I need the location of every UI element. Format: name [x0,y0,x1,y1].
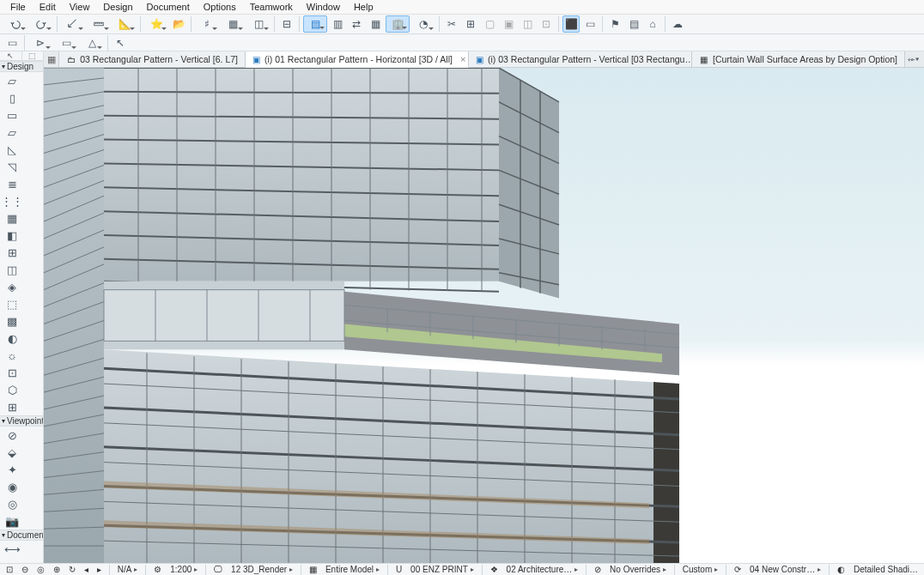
tab-plan-view[interactable]: 🗀 03 Rectangular Pattern - Vertical [6. … [59,51,246,67]
menu-window[interactable]: Window [300,1,347,13]
stair-tool-icon[interactable]: ≣ [0,175,24,192]
orbit-button[interactable]: ↻ [66,565,78,574]
publish-button[interactable]: ▤ [625,15,642,33]
favorites-button[interactable]: ⭐ [144,15,168,33]
penset-icon[interactable]: U [393,565,404,574]
zoom-field[interactable]: Custom▸ [680,565,720,574]
marquee-button[interactable]: ⊞ [462,15,479,33]
menu-help[interactable]: Help [347,1,380,13]
detail-tool-icon[interactable]: ◎ [0,495,24,512]
railing-tool-icon[interactable]: ⋮⋮ [0,192,24,209]
redo-button[interactable] [29,15,53,33]
geometry-a-button[interactable]: ⊳ [28,34,52,51]
open-file-button[interactable]: 📂 [170,15,187,33]
profile-tool-icon[interactable]: ⬡ [0,381,24,398]
shading-field[interactable]: Detailed Shadi… [851,565,921,574]
view-icon[interactable]: 🖵 [211,565,225,574]
layers-field[interactable]: 02 Architecture…▸ [504,565,581,574]
model-view-button[interactable]: 🏢 [386,15,410,33]
3d-window-button[interactable]: ⬛ [562,15,580,33]
worksheet-tool-icon[interactable]: ◉ [0,478,24,495]
camera-tool-icon[interactable]: 📷 [0,512,24,530]
scale-field[interactable]: 1:200▸ [167,565,200,574]
skylight-tool-icon[interactable]: ◫ [0,261,24,278]
tab-schedule[interactable]: ▦ [Curtain Wall Surface Areas by Design … [692,51,905,67]
teamwork-button[interactable]: ☁ [669,15,686,33]
overrides-field[interactable]: No Overrides▸ [607,565,669,574]
curtainwall-tool-icon[interactable]: ▦ [0,209,24,227]
trace-toggle-button[interactable]: ▥ [329,15,346,33]
palette-section-design[interactable]: ▾Design [0,61,43,72]
layers-icon[interactable]: ❖ [488,565,501,574]
menu-design[interactable]: Design [96,1,139,13]
3d-viewport[interactable] [44,68,924,563]
menu-options[interactable]: Options [197,1,243,13]
next-view-button[interactable]: ▸ [94,565,104,574]
morph-tool-icon[interactable]: ◐ [0,330,24,347]
trace-reference-button[interactable]: ▤ [303,15,327,33]
section-tool-icon[interactable]: ⊘ [0,427,24,444]
interior-elev-tool-icon[interactable]: ✦ [0,461,24,478]
zoom-in-button[interactable]: ⊕ [51,565,63,574]
window-tool-icon[interactable]: ⊞ [0,244,24,261]
ruler-button[interactable] [87,15,111,33]
show-hide-button[interactable]: ✂ [443,15,460,33]
marquee-tool[interactable]: ⬚ [22,51,44,61]
measure-button[interactable]: 📐 [112,15,137,33]
zoom-fit-button[interactable]: ⊡ [3,565,15,574]
zoom-100-button[interactable]: ◎ [34,565,47,574]
level-dim-tool-icon[interactable]: ⊕ [0,558,24,563]
trace-swap-button[interactable]: ⇄ [348,15,365,33]
dimension-tool-icon[interactable]: ⟷ [0,541,24,558]
distance-guide-button[interactable] [61,15,85,33]
column-tool-icon[interactable]: ▯ [0,89,24,106]
roof-tool-icon[interactable]: ◺ [0,141,24,158]
geometry-b-button[interactable]: ▭ [54,34,78,51]
tab-3d-vertical[interactable]: ▣ (i) 03 Rectangular Pattern - Vertical … [469,51,692,67]
section-d-button[interactable]: ⊡ [538,15,555,33]
menu-file[interactable]: File [3,1,33,13]
menu-view[interactable]: View [63,1,97,13]
beam-tool-icon[interactable]: ▭ [0,106,24,124]
zoom-out-button[interactable]: ⊖ [19,565,31,574]
shell-tool-icon[interactable]: ◹ [0,158,24,175]
settings-icon[interactable]: ⚙ [151,565,164,574]
renovation-icon[interactable]: ⟳ [732,565,744,574]
mesh-tool-icon[interactable]: ▩ [0,312,24,330]
undo-button[interactable] [3,15,27,33]
model-field[interactable]: Entire Model▸ [323,565,382,574]
flag-button[interactable]: ⚑ [606,15,623,33]
wall-tool-icon[interactable]: ▱ [0,72,24,89]
door-tool-icon[interactable]: ◧ [0,227,24,244]
grid-toggle-button[interactable]: ▦ [221,15,245,33]
trace-align-button[interactable]: ▦ [367,15,384,33]
menu-teamwork[interactable]: Teamwork [243,1,300,13]
object-tool-icon[interactable]: ◈ [0,278,24,295]
arrow-tool[interactable]: ↖ [0,51,22,61]
geometry-c-button[interactable]: △ [80,34,104,51]
penset-field[interactable]: 00 ENZ PRINT▸ [408,565,477,574]
close-icon[interactable]: × [460,54,465,64]
tab-list-button[interactable]: ▦ [44,51,59,67]
tab-3d-horizontal[interactable]: ▣ (i) 01 Rectangular Pattern - Horizonta… [246,51,469,68]
grid-tool-icon[interactable]: ⊞ [0,398,24,415]
menu-document[interactable]: Document [140,1,197,13]
arrow-tool-button[interactable]: ↖ [112,34,129,51]
suspend-groups-button[interactable]: ⊟ [278,15,295,33]
prev-view-button[interactable]: ◂ [82,565,91,574]
default-settings-button[interactable]: ▭ [3,34,21,51]
home-button[interactable]: ⌂ [644,15,661,33]
slab-tool-icon[interactable]: ▱ [0,124,24,141]
elevation-tool-icon[interactable]: ⬙ [0,444,24,461]
cutplane-button[interactable]: ◔ [411,15,435,33]
snap-guides-button[interactable]: ◫ [246,15,271,33]
menu-edit[interactable]: Edit [33,1,63,13]
section-a-button[interactable]: ▢ [481,15,498,33]
na-field[interactable]: N/A▸ [115,565,141,574]
tab-overflow-button[interactable]: ⬰▾ [905,51,921,68]
renovation-field[interactable]: 04 New Constr…▸ [747,565,824,574]
floorplan-button[interactable]: ▭ [581,15,599,33]
grid-snap-button[interactable]: ♯ [195,15,219,33]
section-c-button[interactable]: ◫ [519,15,536,33]
palette-section-viewpoint[interactable]: ▾Viewpoint [0,415,43,427]
